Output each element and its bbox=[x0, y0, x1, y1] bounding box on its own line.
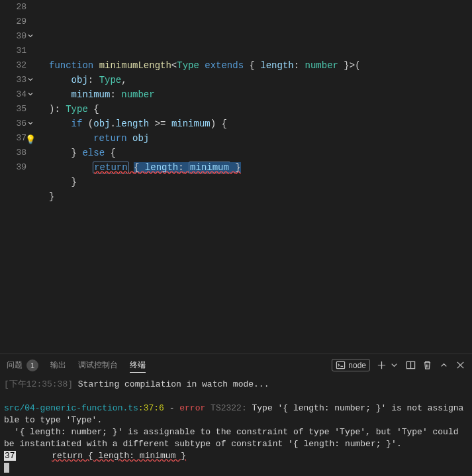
line-number: 37💡 bbox=[0, 131, 26, 146]
chevron-up-icon bbox=[439, 360, 449, 370]
close-panel-button[interactable] bbox=[455, 360, 465, 370]
code-line[interactable]: } bbox=[49, 189, 472, 204]
code-line[interactable]: } bbox=[49, 175, 472, 189]
fold-chevron-icon[interactable] bbox=[26, 89, 34, 97]
trash-icon bbox=[422, 360, 432, 370]
fold-chevron-icon[interactable] bbox=[26, 31, 34, 39]
terminal-cursor bbox=[4, 463, 9, 473]
tab-terminal[interactable]: 终端 bbox=[130, 359, 146, 373]
error-location: :37:6 bbox=[138, 403, 164, 413]
code-line[interactable]: if (obj.length >= minimum) { bbox=[49, 117, 472, 131]
close-icon bbox=[455, 360, 465, 370]
line-number: 34 bbox=[0, 87, 26, 102]
code-area[interactable]: function minimumLength<Type extends { le… bbox=[37, 0, 472, 354]
tab-debug-console[interactable]: 调试控制台 bbox=[78, 359, 118, 371]
problems-count-badge: 1 bbox=[26, 359, 38, 371]
timestamp: [下午12:35:38] bbox=[4, 379, 73, 389]
code-line[interactable]: } else { bbox=[49, 146, 472, 160]
code-line[interactable] bbox=[49, 44, 472, 58]
tab-output[interactable]: 输出 bbox=[50, 359, 66, 371]
error-code: TS2322: bbox=[205, 403, 252, 413]
svg-rect-0 bbox=[337, 361, 345, 368]
tab-terminal-label: 终端 bbox=[130, 359, 146, 371]
panel-actions: node bbox=[332, 359, 465, 371]
shell-name: node bbox=[348, 361, 366, 370]
error-message-2: '{ length: number; }' is assignable to t… bbox=[4, 427, 463, 449]
code-line[interactable]: return obj bbox=[49, 131, 472, 146]
kill-terminal-button[interactable] bbox=[422, 360, 432, 370]
code-line[interactable]: minimum: number bbox=[49, 87, 472, 102]
error-label: error bbox=[179, 403, 205, 413]
horizontal-scrollbar[interactable] bbox=[74, 347, 472, 354]
split-icon bbox=[406, 360, 416, 370]
lightbulb-icon[interactable]: 💡 bbox=[25, 133, 36, 148]
tab-problems[interactable]: 问题 1 bbox=[7, 359, 38, 371]
fold-chevron-icon[interactable] bbox=[26, 75, 34, 83]
plus-icon bbox=[377, 360, 387, 370]
chevron-down-icon bbox=[389, 360, 399, 370]
starting-message: Starting compilation in watch mode... bbox=[73, 379, 269, 389]
error-snippet: return { length: minimum } bbox=[52, 451, 186, 461]
snippet-line-number: 37 bbox=[4, 451, 16, 461]
terminal-output[interactable]: [下午12:35:38] Starting compilation in wat… bbox=[0, 376, 472, 476]
line-number: 30 bbox=[0, 29, 26, 44]
line-number: 31 bbox=[0, 44, 26, 58]
tab-problems-label: 问题 bbox=[7, 359, 23, 371]
code-line[interactable]: function minimumLength<Type extends { le… bbox=[49, 58, 472, 73]
terminal-shell-selector[interactable]: node bbox=[332, 359, 370, 371]
fold-chevron-icon[interactable] bbox=[26, 119, 34, 126]
tab-debug-label: 调试控制台 bbox=[78, 359, 118, 371]
code-line[interactable]: obj: Type, bbox=[49, 73, 472, 87]
line-number-gutter: 28293031323334353637💡3839 bbox=[0, 0, 37, 354]
line-number: 28 bbox=[0, 0, 26, 15]
terminal-icon bbox=[336, 360, 346, 370]
tab-output-label: 输出 bbox=[50, 359, 66, 371]
line-number: 35 bbox=[0, 102, 26, 117]
error-file: src/04-generic-function.ts bbox=[4, 403, 138, 413]
code-line[interactable]: ): Type { bbox=[49, 102, 472, 117]
code-line[interactable] bbox=[49, 29, 472, 44]
panel-tab-bar: 问题 1 输出 调试控制台 终端 node bbox=[0, 354, 472, 376]
line-number: 36 bbox=[0, 117, 26, 131]
line-number: 32 bbox=[0, 58, 26, 73]
code-editor[interactable]: 28293031323334353637💡3839 function minim… bbox=[0, 0, 472, 354]
maximize-panel-button[interactable] bbox=[439, 360, 449, 370]
line-number: 39 bbox=[0, 160, 26, 175]
code-line[interactable]: return { length: minimum } bbox=[49, 160, 472, 175]
line-number: 29 bbox=[0, 15, 26, 29]
split-terminal-button[interactable] bbox=[406, 360, 416, 370]
line-number: 33 bbox=[0, 73, 26, 87]
new-terminal-button[interactable] bbox=[377, 360, 399, 370]
bottom-panel: 问题 1 输出 调试控制台 终端 node bbox=[0, 354, 472, 476]
line-number: 38 bbox=[0, 146, 26, 160]
